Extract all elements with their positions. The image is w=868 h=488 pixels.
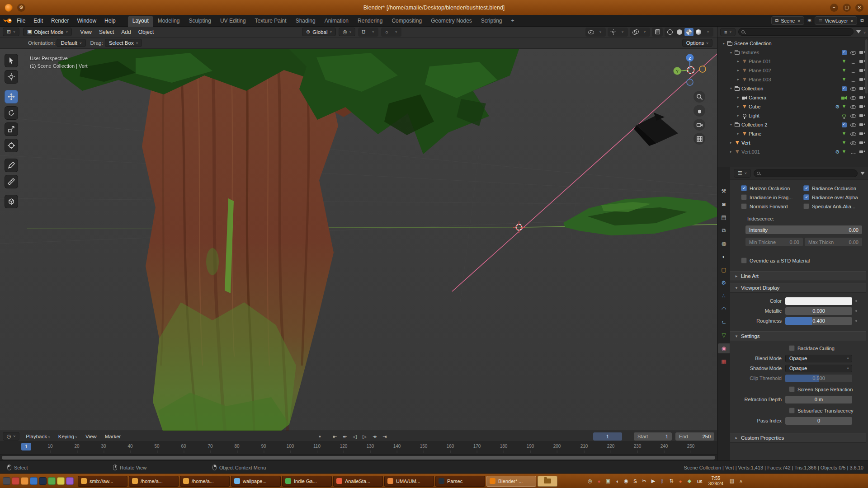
blend-mode-dropdown[interactable]: Opaque bbox=[785, 355, 852, 362]
screenshot-tray-icon[interactable]: ✂ bbox=[640, 477, 649, 486]
disable-render-icon[interactable] bbox=[859, 95, 865, 101]
hide-eye-icon[interactable] bbox=[850, 86, 856, 92]
disable-render-icon[interactable] bbox=[859, 50, 865, 56]
expand-icon[interactable] bbox=[721, 42, 726, 46]
overlays-dropdown[interactable] bbox=[640, 28, 649, 36]
gizmo-options-dropdown[interactable] bbox=[618, 28, 627, 36]
launcher-icon-6[interactable] bbox=[48, 477, 56, 485]
camera-object[interactable] bbox=[634, 113, 678, 146]
camera-view-button[interactable] bbox=[693, 119, 705, 131]
outliner-item-cube[interactable]: Cube bbox=[717, 102, 868, 111]
bluetooth-tray-icon[interactable]: ᛒ bbox=[658, 477, 667, 486]
hide-eye-icon[interactable] bbox=[850, 95, 856, 101]
timeline-ruler[interactable]: 1020304050607080901001101201301401501601… bbox=[0, 442, 717, 455]
steam-tray-icon[interactable]: ◎ bbox=[585, 477, 594, 486]
navigation-gizmo[interactable]: Z Y bbox=[673, 53, 707, 87]
unlink-scene-icon[interactable] bbox=[797, 18, 801, 23]
hide-eye-icon[interactable] bbox=[850, 122, 856, 128]
add-cube-tool[interactable] bbox=[5, 195, 18, 208]
disable-render-icon[interactable] bbox=[859, 68, 865, 74]
expand-icon[interactable] bbox=[736, 105, 741, 109]
outliner-item-camera[interactable]: Camera bbox=[717, 93, 868, 102]
shading-rendered-button[interactable] bbox=[694, 28, 703, 36]
measure-tool[interactable] bbox=[5, 175, 18, 188]
disable-render-icon[interactable] bbox=[859, 86, 865, 92]
animate-dot-icon[interactable] bbox=[855, 320, 857, 322]
animate-dot-icon[interactable] bbox=[855, 300, 857, 302]
properties-editor-type-dropdown[interactable] bbox=[734, 169, 751, 178]
clock[interactable]: 7:55 3/28/24 bbox=[706, 476, 726, 487]
workspace-tab-shading[interactable]: Shading bbox=[291, 16, 320, 27]
clip-threshold-slider[interactable]: 0.500 bbox=[785, 375, 852, 382]
launcher-icon-5[interactable] bbox=[39, 477, 47, 485]
proportional-edit-toggle[interactable] bbox=[382, 28, 391, 36]
timeline-menu[interactable]: Keying bbox=[55, 433, 81, 440]
properties-search-input[interactable] bbox=[762, 171, 854, 176]
window-menu-icon[interactable]: ⚙ bbox=[17, 4, 25, 12]
outliner-search[interactable] bbox=[738, 28, 854, 36]
chevron-up-icon[interactable]: ˄ bbox=[736, 477, 745, 486]
object-types-dropdown[interactable] bbox=[596, 28, 605, 36]
options-dropdown[interactable]: Options bbox=[682, 39, 712, 47]
discord-tray-icon[interactable]: ● bbox=[594, 477, 604, 486]
taskbar-window-uma[interactable]: UMA/UM... bbox=[384, 476, 434, 487]
outliner-options-dropdown[interactable] bbox=[863, 29, 866, 35]
collection-checkbox[interactable] bbox=[842, 50, 847, 55]
world-properties-tab[interactable]: ◐ bbox=[718, 252, 730, 262]
proportional-falloff-dropdown[interactable] bbox=[392, 28, 401, 36]
outliner-scrollbar[interactable] bbox=[865, 39, 868, 94]
render-properties-tab[interactable]: ◙ bbox=[718, 199, 730, 209]
transform-tool[interactable] bbox=[5, 139, 18, 152]
expand-icon[interactable] bbox=[728, 141, 734, 145]
outliner-item-vert-001[interactable]: Vert.001 bbox=[717, 147, 868, 156]
launcher-icon-1[interactable] bbox=[3, 477, 10, 485]
custom-properties-panel-header[interactable]: Custom Properties bbox=[730, 433, 866, 443]
hide-eye-icon[interactable] bbox=[850, 104, 856, 110]
outliner-item-scene-collection[interactable]: Scene Collection bbox=[717, 39, 868, 48]
workspace-tab-compositing[interactable]: Compositing bbox=[387, 16, 426, 27]
blender-logo-icon[interactable] bbox=[3, 18, 13, 24]
taskbar-window-parsec[interactable]: Parsec bbox=[435, 476, 485, 487]
timeline-menu[interactable]: View bbox=[82, 433, 100, 440]
new-view-layer-button[interactable] bbox=[859, 18, 865, 23]
hide-eye-icon[interactable] bbox=[850, 50, 856, 56]
view-layer-selector[interactable]: ViewLayer bbox=[815, 16, 857, 25]
minimize-button[interactable]: − bbox=[830, 4, 838, 12]
viewport-menu[interactable]: Object bbox=[135, 28, 158, 36]
subsurface-translucency-toggle[interactable]: Subsurface Translucency bbox=[789, 406, 866, 415]
material-option-toggle[interactable]: Radiance Occlusion bbox=[803, 185, 866, 191]
expand-icon[interactable] bbox=[736, 132, 741, 136]
line-art-panel-header[interactable]: Line Art bbox=[730, 271, 866, 281]
pan-hand-button[interactable] bbox=[693, 105, 705, 117]
expand-icon[interactable] bbox=[736, 60, 741, 64]
roughness-slider[interactable]: 0.400 bbox=[785, 317, 852, 325]
screen-space-refraction-toggle[interactable]: Screen Space Refraction bbox=[789, 385, 866, 394]
outliner-search-input[interactable] bbox=[746, 29, 850, 35]
topbar-menu[interactable]: Edit bbox=[29, 16, 47, 25]
taskbar-window-home-1[interactable]: /home/a... bbox=[129, 476, 179, 487]
show-object-types-toggle[interactable] bbox=[586, 28, 595, 36]
taskbar-window-home-2[interactable]: /home/a... bbox=[180, 476, 230, 487]
expand-icon[interactable] bbox=[728, 51, 734, 55]
outliner-item-collection[interactable]: Collection bbox=[717, 84, 868, 93]
taskbar-window-analiesta[interactable]: AnalieSta... bbox=[333, 476, 383, 487]
material-option-toggle[interactable]: Radiance over Alpha bbox=[803, 194, 866, 200]
workspace-tab-layout[interactable]: Layout bbox=[128, 16, 153, 27]
constraints-properties-tab[interactable]: ⊂ bbox=[718, 317, 730, 327]
workspace-tab-animation[interactable]: Animation bbox=[320, 16, 353, 27]
expand-icon[interactable] bbox=[728, 150, 734, 154]
outliner-item-plane[interactable]: Plane bbox=[717, 129, 868, 138]
gizmo-y-axis[interactable]: Y bbox=[676, 69, 679, 74]
launcher-icon-7[interactable] bbox=[57, 477, 65, 485]
snap-toggle[interactable] bbox=[359, 28, 368, 36]
shading-solid-button[interactable] bbox=[675, 28, 684, 36]
next-keyframe-button[interactable] bbox=[370, 432, 379, 441]
outliner-item-vert[interactable]: Vert bbox=[717, 138, 868, 147]
launcher-icon-4[interactable] bbox=[30, 477, 38, 485]
frame-end-field[interactable]: End250 bbox=[675, 432, 714, 441]
move-tool[interactable] bbox=[5, 90, 18, 103]
taskbar-window-indie-ga[interactable]: Indie Ga... bbox=[282, 476, 332, 487]
modifier-properties-tab[interactable]: ⚙ bbox=[718, 278, 730, 288]
properties-search[interactable] bbox=[754, 169, 858, 177]
timeline-menu[interactable]: Marker bbox=[101, 433, 125, 440]
